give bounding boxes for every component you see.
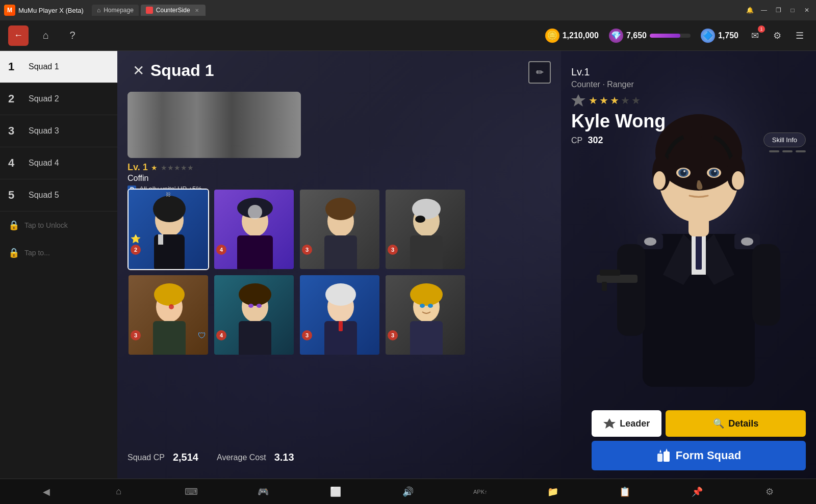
form-squad-label: Form Squad (676, 449, 741, 462)
unit-card-5[interactable]: Lv.1 ⛓ ★ ★ ★ ★ ★ 3 🛡 (128, 274, 209, 356)
taskbar-volume-icon[interactable]: 🔊 (400, 484, 416, 500)
svg-point-43 (257, 304, 262, 308)
notifications-button[interactable]: 🔔 (745, 5, 755, 15)
ship-stars-empty: ★★★★★ (161, 164, 194, 172)
tap-to-unlock-label-2: Tap to... (24, 249, 50, 257)
close-button[interactable]: ✕ (802, 5, 812, 15)
taskbar-window-icon[interactable]: ⬜ (327, 484, 344, 500)
unit-card-7[interactable]: Lv.1 🔫 ★ ★ ★ ★ ★ ALL 3 (299, 274, 380, 356)
char-type-display: Counter · Ranger (571, 80, 666, 89)
taskbar-settings-icon[interactable]: ⚙ (761, 484, 778, 500)
tab-counterside[interactable]: CounterSide ✕ (141, 5, 206, 16)
unit-card-4[interactable]: Lv.1 ⛓ ★ ★ ★ ★ ★ ALL 3 (385, 189, 466, 270)
svg-rect-4 (148, 127, 173, 132)
taskbar-files-icon[interactable]: 📁 (545, 484, 561, 500)
squad-item-3[interactable]: 3 Squad 3 (0, 115, 117, 147)
svg-rect-68 (602, 282, 607, 291)
taskbar-back-icon[interactable]: ◀ (38, 484, 55, 500)
squad-4-name: Squad 4 (29, 158, 59, 168)
minimize-button[interactable]: — (759, 5, 769, 15)
skill-info-dots (769, 150, 806, 152)
char-stars-row: ★ ★ ★ ★ ★ (589, 94, 641, 107)
skill-info-label: Skill Info (772, 136, 797, 144)
svg-rect-41 (239, 321, 271, 356)
unit-3-art (300, 190, 380, 270)
ship-name: Coffin (128, 174, 332, 183)
leader-button[interactable]: Leader (592, 410, 661, 437)
svg-point-42 (248, 304, 253, 308)
char-level-display: Lv.1 (571, 66, 666, 78)
squad-3-num: 3 (8, 124, 22, 138)
squad-item-2[interactable]: 2 Squad 2 (0, 83, 117, 115)
taskbar-clipboard-icon[interactable]: 📋 (617, 484, 633, 500)
menu-button[interactable]: ☰ (792, 28, 808, 44)
tap-to-unlock-1[interactable]: 🔒 Tap to Unlock (0, 211, 117, 239)
taskbar-gamepad-icon[interactable]: 🎮 (255, 484, 271, 500)
svg-point-53 (420, 304, 425, 308)
unit-card-8[interactable]: Lv.1 🔫 ★ ★ ★ ★ ★ 3 (385, 274, 466, 356)
svg-point-37 (169, 304, 174, 309)
squad-2-name: Squad 2 (29, 94, 59, 103)
app-title: MuMu Player X (Beta) (18, 7, 84, 14)
taskbar-keyboard-icon[interactable]: ⌨ (183, 484, 199, 500)
svg-point-35 (154, 283, 185, 306)
taskbar-location-icon[interactable]: 📌 (689, 484, 705, 500)
skill-dot-2 (782, 150, 793, 152)
ship-svg (133, 97, 296, 153)
svg-rect-5 (173, 117, 224, 120)
crystal-resource: 🔷 1,750 (701, 29, 738, 43)
char-star-3: ★ (610, 94, 619, 107)
unit-1-cost: 2 (131, 245, 141, 255)
taskbar-apk-icon[interactable]: APK↑ (472, 484, 489, 500)
leader-icon (603, 417, 616, 430)
edit-button[interactable]: ✏ (528, 61, 551, 84)
squad-item-1[interactable]: 1 Squad 1 (0, 51, 117, 83)
svg-rect-32 (410, 235, 443, 270)
squad-item-5[interactable]: 5 Squad 5 (0, 179, 117, 211)
svg-rect-7 (143, 139, 286, 147)
maximize-button[interactable]: □ (787, 5, 798, 15)
svg-marker-90 (666, 448, 668, 452)
main-content: 1 Squad 1 2 Squad 2 3 Squad 3 4 Squad 4 … (0, 51, 816, 479)
settings-button[interactable]: ⚙ (769, 28, 785, 44)
svg-rect-22 (237, 235, 273, 270)
svg-rect-18 (158, 234, 163, 245)
unit-card-2[interactable]: Lv.1 ⛓ ★ ★ ★ ★ ★ ALL 4 (213, 189, 295, 270)
home-nav-icon: ⌂ (43, 30, 49, 41)
unit-8-art (386, 275, 466, 356)
ship-image[interactable] (128, 92, 301, 158)
char-cp-label: CP (571, 136, 582, 145)
unit-card-1[interactable]: Lv.1 🔫 ★ ★ ★ ★ ★ ALL 2 ⭐ ⛓ (128, 189, 209, 270)
unit-card-6[interactable]: Lv.1 🔫 ★ ★ ★ ★ ★ 4 (213, 274, 295, 356)
game-area: ✕ Squad 1 ✏ (117, 51, 816, 479)
unit-card-3[interactable]: Lv.1 🔫 ★ ★ ★ ★ ★ 3 (299, 189, 380, 270)
char-cp-value: 302 (588, 135, 603, 145)
taskbar-home-icon[interactable]: ⌂ (111, 484, 127, 500)
window-controls: 🔔 — ❐ □ ✕ (745, 5, 812, 15)
action-buttons: Leader 🔍 Details Form Squad (581, 405, 816, 479)
svg-rect-27 (324, 235, 357, 270)
squad-1-name: Squad 1 (29, 62, 59, 71)
char-type2: Ranger (607, 80, 633, 89)
sidebar: 1 Squad 1 2 Squad 2 3 Squad 3 4 Squad 4 … (0, 51, 117, 479)
restore-button[interactable]: ❐ (773, 5, 783, 15)
form-squad-button[interactable]: Form Squad (592, 441, 806, 470)
squad-item-4[interactable]: 4 Squad 4 (0, 147, 117, 179)
help-button[interactable]: ? (63, 26, 82, 45)
unit-grid: Lv.1 🔫 ★ ★ ★ ★ ★ ALL 2 ⭐ ⛓ (128, 189, 466, 356)
back-button[interactable]: ← (8, 25, 29, 46)
skill-info-button[interactable]: Skill Info (763, 132, 806, 147)
svg-point-64 (741, 237, 753, 246)
tab-close-icon[interactable]: ✕ (193, 7, 200, 14)
mail-button[interactable]: ✉ 1 (747, 28, 763, 44)
tap-to-unlock-2[interactable]: 🔒 Tap to... (0, 239, 117, 267)
ship-stars-filled: ★ (151, 164, 158, 172)
avg-cost-value: 3.13 (274, 452, 294, 463)
title-bar: M MuMu Player X (Beta) ⌂ Homepage Counte… (0, 0, 816, 20)
home-button[interactable]: ⌂ (37, 26, 55, 45)
svg-rect-88 (664, 452, 670, 462)
char-cp-row: CP 302 (571, 135, 666, 146)
mail-badge: 1 (758, 25, 765, 33)
tab-homepage[interactable]: ⌂ Homepage (92, 5, 139, 16)
details-button[interactable]: 🔍 Details (666, 410, 806, 437)
